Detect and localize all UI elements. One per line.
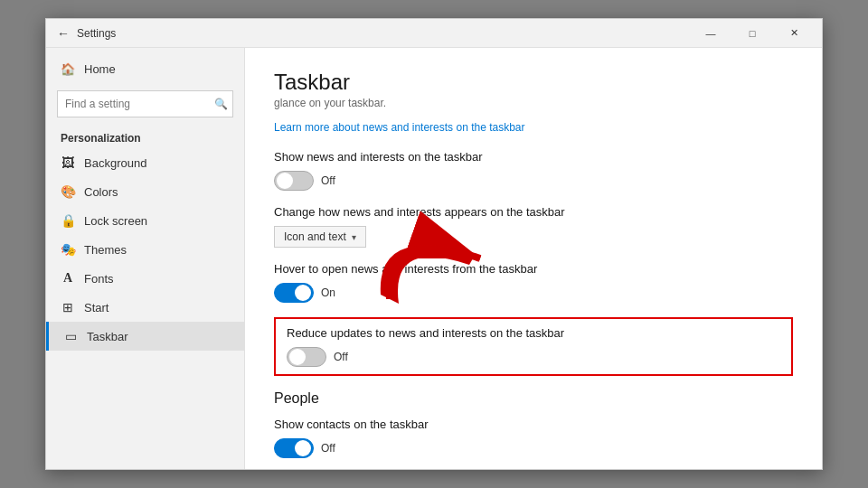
toggle-row-reduce-updates: Off — [287, 347, 780, 367]
setting-label-hover-open: Hover to open news and interests from th… — [274, 262, 793, 276]
search-icon: 🔍 — [214, 98, 228, 110]
toggle-label-show-contacts: Off — [321, 442, 335, 455]
back-button[interactable]: ← — [57, 26, 70, 41]
sidebar-item-label: Fonts — [84, 272, 114, 286]
sidebar-section-header: Personalization — [46, 125, 244, 148]
titlebar-left: ← Settings — [57, 26, 116, 41]
sidebar-item-colors[interactable]: 🎨 Colors — [46, 177, 244, 206]
search-input[interactable] — [57, 90, 233, 117]
home-icon: 🏠 — [61, 62, 75, 76]
main-content: 🏠 Home 🔍 Personalization 🖼 Background 🎨 … — [46, 48, 822, 469]
dropdown-value: Icon and text — [284, 230, 346, 243]
toggle-row-hover-open: On — [274, 283, 793, 303]
window-title: Settings — [77, 27, 116, 40]
sidebar-item-fonts[interactable]: A Fonts — [46, 264, 244, 293]
sidebar-item-background[interactable]: 🖼 Background — [46, 148, 244, 177]
toggle-hover-open[interactable] — [274, 283, 314, 303]
close-button[interactable]: ✕ — [773, 19, 815, 48]
content-panel: Taskbar glance on your taskbar. Learn mo… — [245, 48, 822, 469]
sidebar-item-label: Background — [84, 156, 146, 170]
setting-label-show-contacts: Show contacts on the taskbar — [274, 418, 793, 431]
toggle-label-show-news: Off — [321, 174, 335, 187]
toggle-row-show-news: Off — [274, 171, 793, 191]
settings-window: ← Settings — □ ✕ 🏠 Home 🔍 Personalizatio… — [45, 18, 823, 470]
sidebar: 🏠 Home 🔍 Personalization 🖼 Background 🎨 … — [46, 48, 245, 469]
sidebar-item-home[interactable]: 🏠 Home — [46, 55, 244, 83]
toggle-show-news[interactable] — [274, 171, 314, 191]
learn-more-link[interactable]: Learn more about news and interests on t… — [274, 121, 525, 134]
fonts-icon: A — [61, 271, 75, 286]
page-subtitle: glance on your taskbar. — [274, 97, 793, 109]
page-title: Taskbar — [274, 70, 793, 95]
dropdown-change-how[interactable]: Icon and text ▾ — [274, 226, 366, 248]
people-section-title: People — [274, 390, 793, 407]
home-label: Home — [84, 62, 116, 76]
setting-show-news: Show news and interests on the taskbar O… — [274, 150, 793, 191]
sidebar-item-start[interactable]: ⊞ Start — [46, 293, 244, 322]
toggle-show-contacts[interactable] — [274, 438, 314, 458]
start-icon: ⊞ — [61, 300, 75, 314]
chevron-down-icon: ▾ — [352, 232, 356, 242]
sidebar-item-themes[interactable]: 🎭 Themes — [46, 235, 244, 264]
minimize-button[interactable]: — — [690, 19, 731, 48]
setting-label-reduce-updates: Reduce updates to news and interests on … — [287, 326, 780, 340]
sidebar-item-label: Themes — [84, 243, 127, 257]
sidebar-search: 🔍 — [57, 90, 233, 117]
taskbar-icon: ▭ — [63, 329, 78, 343]
setting-label-show-news: Show news and interests on the taskbar — [274, 150, 793, 164]
background-icon: 🖼 — [61, 155, 75, 170]
setting-show-contacts: Show contacts on the taskbar Off — [274, 418, 793, 458]
maximize-button[interactable]: □ — [731, 19, 773, 48]
toggle-label-hover-open: On — [321, 286, 335, 299]
sidebar-item-label: Taskbar — [87, 330, 128, 343]
dropdown-row-change-how: Icon and text ▾ — [274, 226, 793, 248]
titlebar: ← Settings — □ ✕ — [46, 19, 822, 48]
toggle-row-show-contacts: Off — [274, 438, 793, 458]
sidebar-item-lock-screen[interactable]: 🔒 Lock screen — [46, 206, 244, 235]
sidebar-item-label: Lock screen — [84, 214, 147, 228]
window-controls: — □ ✕ — [690, 19, 815, 48]
setting-label-change-how: Change how news and interests appears on… — [274, 205, 793, 219]
sidebar-item-label: Colors — [84, 185, 118, 199]
setting-hover-open: Hover to open news and interests from th… — [274, 262, 793, 303]
setting-change-how: Change how news and interests appears on… — [274, 205, 793, 248]
highlighted-reduce-updates: Reduce updates to news and interests on … — [274, 317, 793, 376]
sidebar-item-label: Start — [84, 301, 108, 314]
toggle-label-reduce-updates: Off — [334, 351, 348, 363]
lock-icon: 🔒 — [61, 213, 75, 228]
sidebar-item-taskbar[interactable]: ▭ Taskbar — [46, 322, 244, 351]
toggle-reduce-updates[interactable] — [287, 347, 326, 367]
colors-icon: 🎨 — [61, 184, 75, 199]
themes-icon: 🎭 — [61, 242, 75, 257]
